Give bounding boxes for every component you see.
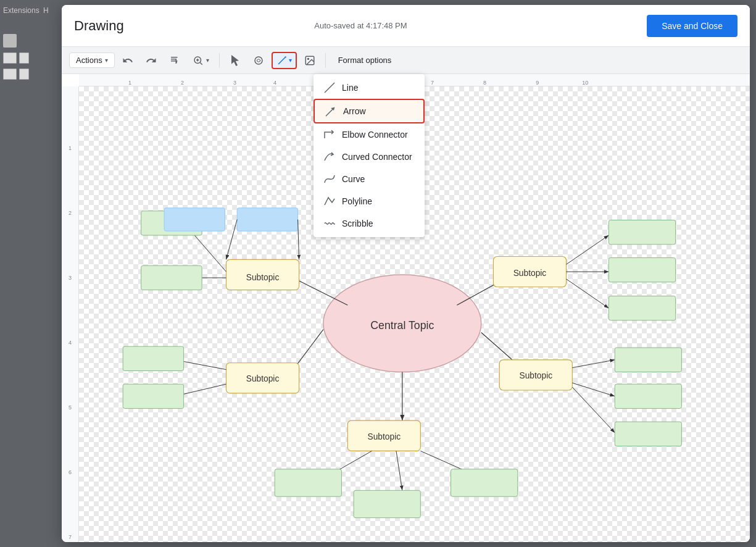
svg-rect-24	[609, 220, 675, 244]
dropdown-item-elbow[interactable]: Elbow Connector	[314, 123, 425, 146]
ruler-h-tick-1: 1	[128, 80, 131, 86]
line-type-dropdown: Line Arrow	[314, 74, 425, 237]
divider-1	[219, 53, 220, 68]
svg-rect-42	[615, 384, 681, 408]
docs-icon-4	[3, 69, 17, 80]
ruler-h-tick-2: 2	[181, 80, 184, 86]
polyline-icon	[323, 195, 336, 207]
dropdown-item-line[interactable]: Line	[314, 77, 425, 99]
polyline-label: Polyline	[342, 196, 372, 206]
svg-rect-15	[141, 265, 202, 290]
curve-label: Curve	[342, 174, 365, 184]
svg-point-1	[255, 57, 262, 64]
dropdown-item-polyline[interactable]: Polyline	[314, 190, 425, 212]
line-icon	[323, 81, 336, 94]
ruler-h-tick-3: 3	[233, 80, 236, 86]
ruler-h-tick-4: 4	[273, 80, 276, 86]
autosaved-text: Auto-saved at 4:17:48 PM	[75, 21, 647, 30]
help-menu: H	[43, 6, 49, 15]
svg-line-39	[572, 360, 615, 368]
dialog-header: Drawing Auto-saved at 4:17:48 PM Save an…	[62, 5, 750, 47]
svg-text:Subtopic: Subtopic	[520, 371, 553, 380]
svg-line-27	[567, 279, 609, 308]
line-label: Line	[342, 83, 358, 93]
ruler-v-tick-4: 4	[62, 340, 78, 346]
ruler-v-tick-3: 3	[62, 275, 78, 281]
zoom-chevron: ▾	[206, 57, 209, 64]
vertical-ruler: 1 2 3 4 5 6 7	[62, 86, 79, 542]
svg-rect-51	[354, 490, 420, 517]
elbow-icon	[323, 128, 336, 141]
svg-rect-26	[609, 257, 675, 282]
actions-button[interactable]: Actions ▾	[69, 52, 115, 68]
dropdown-item-curve[interactable]: Curve	[314, 168, 425, 190]
ruler-h-tick-8: 8	[483, 80, 486, 86]
svg-rect-44	[615, 422, 681, 446]
actions-chevron: ▾	[105, 57, 108, 64]
docs-icon-3	[19, 52, 29, 64]
cursor-button[interactable]	[225, 52, 246, 69]
svg-line-19	[298, 219, 299, 259]
dropdown-item-arrow[interactable]: Arrow	[314, 99, 425, 123]
svg-line-5	[325, 83, 334, 93]
svg-rect-28	[609, 296, 675, 320]
curved-connector-label: Curved Connector	[342, 152, 412, 162]
svg-rect-33	[123, 346, 183, 370]
curve-icon	[323, 173, 336, 185]
shape-button[interactable]	[248, 52, 269, 69]
docs-toolbar-row2	[3, 69, 29, 80]
line-tool-chevron: ▾	[289, 57, 292, 64]
dropdown-item-scribble[interactable]: Scribble	[314, 212, 425, 235]
arrow-label: Arrow	[343, 106, 366, 116]
paint-format-button[interactable]	[164, 52, 185, 69]
cursor-icon	[230, 55, 241, 66]
ruler-h-tick-10: 10	[582, 80, 588, 86]
elbow-label: Elbow Connector	[342, 130, 408, 140]
svg-text:Subtopic: Subtopic	[368, 432, 401, 441]
svg-line-2	[278, 57, 286, 64]
svg-rect-40	[615, 348, 681, 372]
doc-background	[0, 0, 68, 547]
dropdown-item-curved-connector[interactable]: Curved Connector	[314, 146, 425, 168]
toolbar: Actions ▾ ▾	[62, 47, 750, 74]
redo-button[interactable]	[141, 52, 162, 69]
ruler-v-tick-6: 6	[62, 469, 78, 475]
undo-button[interactable]	[117, 52, 138, 69]
scribble-label: Scribble	[342, 219, 373, 228]
docs-toolbar-row	[3, 52, 29, 64]
arrow-icon	[325, 105, 337, 117]
line-tool-icon	[276, 55, 288, 66]
ruler-h-tick-7: 7	[431, 80, 434, 86]
undo-icon	[122, 55, 133, 66]
divider-2	[325, 53, 326, 68]
svg-point-4	[307, 58, 309, 59]
image-icon	[304, 55, 315, 66]
save-close-button[interactable]: Save and Close	[647, 15, 737, 37]
zoom-icon	[193, 55, 204, 66]
curved-connector-icon	[323, 151, 336, 163]
svg-rect-35	[123, 384, 183, 408]
svg-line-50	[396, 451, 402, 490]
drawing-dialog: Drawing Auto-saved at 4:17:48 PM Save an…	[62, 5, 750, 542]
ruler-v-tick-1: 1	[62, 145, 78, 151]
svg-rect-16	[164, 208, 225, 231]
ruler-v-tick-7: 7	[62, 534, 78, 540]
paint-format-icon	[169, 55, 180, 66]
docs-icon-5	[19, 69, 29, 80]
svg-rect-49	[275, 469, 341, 496]
shape-icon	[253, 55, 264, 66]
zoom-button[interactable]: ▾	[188, 52, 214, 69]
svg-rect-17	[237, 208, 297, 231]
svg-text:Central Topic: Central Topic	[370, 319, 434, 332]
image-button[interactable]	[299, 52, 320, 69]
docs-sidebar	[3, 34, 29, 80]
ruler-v-tick-5: 5	[62, 404, 78, 411]
docs-icon-2	[3, 52, 17, 64]
docs-icon-1	[3, 34, 17, 48]
svg-text:Subtopic: Subtopic	[246, 374, 280, 383]
svg-rect-53	[451, 469, 518, 496]
svg-line-18	[226, 219, 237, 259]
line-tool-button[interactable]: ▾	[272, 52, 297, 69]
format-options-button[interactable]: Format options	[331, 53, 399, 67]
scribble-icon	[323, 217, 336, 230]
